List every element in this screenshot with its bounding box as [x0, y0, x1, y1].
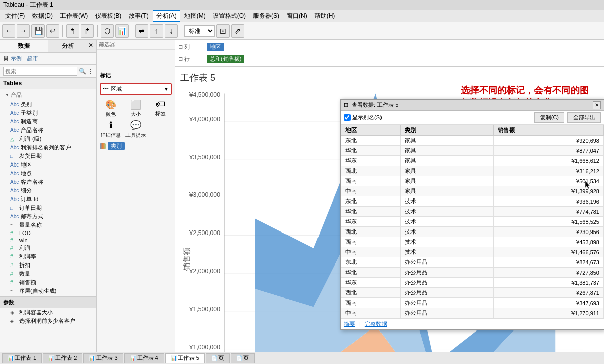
marks-color-pill[interactable]: 类别: [108, 142, 125, 150]
tab-page2[interactable]: 📄 页: [231, 353, 255, 363]
field-top-customers[interactable]: Abc 利润排名前列的客户: [0, 143, 96, 152]
param-top-n[interactable]: ◈ 选择利润前多少名客户: [0, 317, 96, 325]
field-order-date[interactable]: □ 订单日期: [0, 204, 96, 212]
field-layer[interactable]: ~ 序层(自动生成): [0, 287, 96, 295]
show-me-btn[interactable]: 📊: [115, 24, 129, 38]
panel-close-icon[interactable]: ✕: [88, 42, 93, 49]
tab-sheet3[interactable]: 📊 工作表 3: [83, 353, 123, 363]
refresh-btn[interactable]: ↩: [46, 24, 59, 38]
sort-desc-btn[interactable]: ↓: [165, 24, 178, 38]
alias-checkbox[interactable]: [344, 114, 351, 121]
param-profit-bin[interactable]: ◈ 利润容器大小: [0, 308, 96, 317]
share-btn[interactable]: ⇗: [231, 24, 244, 38]
field-ship-mode[interactable]: Abc 邮寄方式: [0, 212, 96, 221]
field-discount[interactable]: # 折扣: [0, 261, 96, 270]
field-profit-abs[interactable]: △ 利润 (吸): [0, 135, 96, 143]
forward-btn[interactable]: →: [17, 24, 30, 38]
mark-type-selector[interactable]: 〜 区域 ▼: [100, 83, 172, 95]
sheet5-label: 工作表 5: [178, 354, 199, 362]
undo-btn[interactable]: ↰: [66, 24, 79, 38]
product-group-title[interactable]: 产品: [0, 90, 96, 100]
data-source-label[interactable]: 示例 - 超市: [11, 55, 38, 62]
field-region[interactable]: Abc 地区: [0, 160, 96, 169]
footer-summary-link[interactable]: 摘要: [344, 320, 355, 328]
swap-btn[interactable]: ⇌: [135, 24, 148, 38]
field-subcategory[interactable]: Abc 子类别: [0, 109, 96, 117]
tab-analysis[interactable]: 分析 ✕: [48, 40, 97, 52]
menu-item-设置格式(O)[interactable]: 设置格式(O): [210, 11, 249, 21]
row-pill[interactable]: 总和(销售额): [207, 55, 244, 63]
tab-sheet2[interactable]: 📊 工作表 2: [43, 353, 82, 363]
col-header-sales: 销售额: [494, 125, 604, 136]
table-row: 西南 家具 ¥501,534: [341, 176, 604, 186]
copy-btn[interactable]: 复制(C): [534, 112, 564, 123]
sort-asc-btn[interactable]: ↑: [150, 24, 163, 38]
mark-prop-detail[interactable]: ℹ 详细信息: [100, 120, 122, 139]
menu-item-地图(M)[interactable]: 地图(M): [181, 11, 209, 21]
field-icon-profit-rate: #: [10, 254, 17, 259]
menu-item-窗口(N)[interactable]: 窗口(N): [283, 11, 310, 21]
field-category[interactable]: Abc 类别: [0, 100, 96, 109]
field-measure-names[interactable]: ~ 量量名称: [0, 221, 96, 229]
field-profit-rate[interactable]: # 利润率: [0, 252, 96, 261]
field-icon-ship-mode: Abc: [10, 214, 19, 219]
table-row: 华北 家具 ¥877,047: [341, 146, 604, 156]
field-segment[interactable]: Abc 细分: [0, 186, 96, 195]
menu-item-服务器(S)[interactable]: 服务器(S): [250, 11, 282, 21]
field-label-category: 类别: [21, 101, 32, 108]
redo-btn[interactable]: ↱: [81, 24, 94, 38]
tab-page1[interactable]: 📄 页: [206, 353, 230, 363]
footer-full-link[interactable]: 完整数据: [365, 320, 387, 328]
field-customer[interactable]: Abc 客户名称: [0, 178, 96, 186]
tab-sheet4[interactable]: 📊 工作表 4: [124, 353, 164, 363]
menu-item-文件(F)[interactable]: 文件(F): [2, 11, 28, 21]
field-icon-ship-date: □: [10, 153, 17, 159]
menu-item-帮助(H)[interactable]: 帮助(H): [311, 11, 338, 21]
menu-item-工作表(W)[interactable]: 工作表(W): [57, 11, 91, 21]
table-row: 华北 技术 ¥774,781: [341, 207, 604, 217]
search-input[interactable]: [3, 67, 77, 76]
search-options-icon[interactable]: ⋮: [88, 68, 94, 75]
mark-prop-size[interactable]: ⬜ 大小: [124, 99, 147, 118]
fit-btn[interactable]: ⊡: [216, 24, 230, 38]
field-manufacturer[interactable]: Abc 制造商: [0, 117, 96, 126]
field-quantity[interactable]: # 数量: [0, 270, 96, 278]
col-pill[interactable]: 地区: [207, 43, 224, 51]
mark-prop-label[interactable]: 🏷 标签: [149, 99, 172, 118]
tab-sheet5[interactable]: 📊 工作表 5: [165, 353, 205, 363]
field-sales[interactable]: # 销售额: [0, 278, 96, 287]
menu-item-故事(T)[interactable]: 故事(T): [125, 11, 151, 21]
view-select[interactable]: 标准: [184, 25, 215, 37]
field-ship-date[interactable]: □ 发货日期: [0, 152, 96, 160]
mark-prop-color[interactable]: 🎨 颜色: [100, 99, 122, 118]
search-icon[interactable]: 🔍: [79, 68, 86, 75]
save-btn[interactable]: 💾: [31, 24, 45, 38]
marks-color-row[interactable]: 类别: [97, 141, 175, 151]
alias-checkbox-label[interactable]: 显示别名(S): [344, 114, 382, 121]
data-table-content: 地区 类别 销售额 东北 家具 ¥920,698 华北 家具 ¥877,047 …: [341, 125, 604, 318]
mark-prop-tooltip[interactable]: 💬 工具提示: [124, 120, 147, 139]
field-label-discount: 折扣: [19, 261, 30, 269]
field-lod[interactable]: # LOD: [0, 229, 96, 237]
field-label-measure-names: 量量名称: [19, 221, 42, 229]
back-btn[interactable]: ←: [2, 24, 15, 38]
col-icon: ⊟: [178, 44, 183, 50]
field-profit[interactable]: # 利润: [0, 244, 96, 252]
table-row: 西北 技术 ¥230,956: [341, 227, 604, 237]
data-viewer-close-btn[interactable]: ✕: [593, 101, 601, 109]
field-location[interactable]: Abc 地点: [0, 169, 96, 178]
color-swatch: [100, 143, 106, 149]
field-product-name[interactable]: Abc 产品名称: [0, 126, 96, 135]
field-win[interactable]: # win: [0, 237, 96, 244]
filter-label: 筛选器: [97, 40, 175, 50]
tab-sheet1[interactable]: 📊 工作表 1: [2, 353, 42, 363]
cell-category: 办公用品: [401, 298, 494, 308]
table-row: 中南 家具 ¥1,399,928: [341, 186, 604, 196]
field-order-id[interactable]: Abc 订单 Id: [0, 195, 96, 204]
export-btn[interactable]: 全部导出: [567, 112, 601, 123]
connect-btn[interactable]: ⬡: [101, 24, 114, 38]
menu-item-分析(A)[interactable]: 分析(A): [153, 10, 180, 22]
menu-item-仪表板(B)[interactable]: 仪表板(B): [92, 11, 124, 21]
menu-item-数据(D)[interactable]: 数据(D): [29, 11, 56, 21]
tab-data[interactable]: 数据: [0, 40, 48, 52]
